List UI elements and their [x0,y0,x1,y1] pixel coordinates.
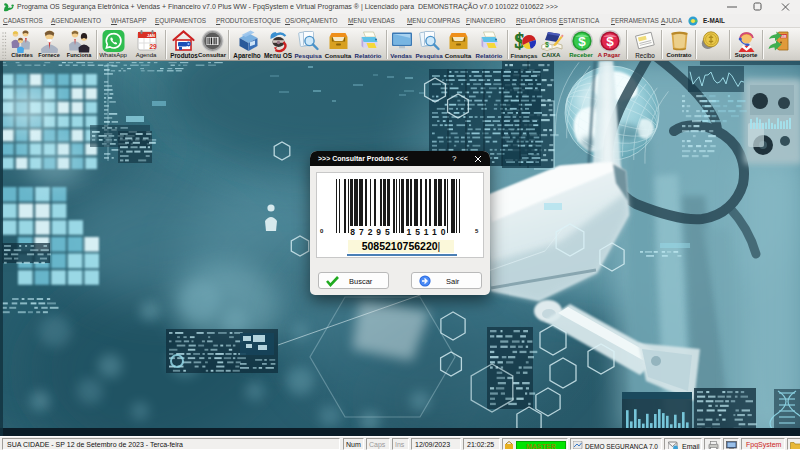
svg-text:$: $ [578,34,586,49]
svg-text:$: $ [606,34,614,49]
svg-text:$: $ [545,41,549,49]
svg-text:JAN: JAN [147,33,155,38]
svg-text:EXIT: EXIT [781,34,787,38]
svg-text:29: 29 [149,43,157,50]
